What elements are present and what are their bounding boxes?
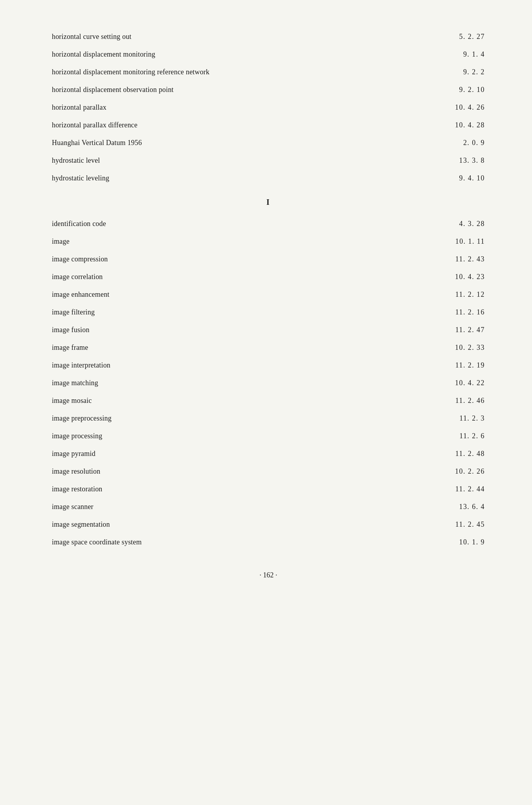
index-row: image space coordinate system10. 1. 9 bbox=[52, 537, 485, 548]
index-term: image preprocessing bbox=[52, 413, 112, 424]
index-row: image preprocessing11. 2. 3 bbox=[52, 413, 485, 424]
index-row: horizontal displacement monitoring9. 1. … bbox=[52, 49, 485, 60]
index-term: image compression bbox=[52, 254, 108, 265]
index-term: image interpretation bbox=[52, 360, 110, 371]
index-ref: 10. 1. 11 bbox=[455, 236, 485, 247]
index-term: image resolution bbox=[52, 466, 100, 477]
index-ref: 11. 2. 45 bbox=[455, 519, 485, 530]
index-ref: 10. 4. 26 bbox=[455, 102, 485, 113]
index-ref: 10. 2. 26 bbox=[455, 466, 485, 477]
index-row: horizontal parallax10. 4. 26 bbox=[52, 102, 485, 113]
index-row: image filtering11. 2. 16 bbox=[52, 307, 485, 318]
index-ref: 9. 1. 4 bbox=[463, 49, 485, 60]
index-row: image matching10. 4. 22 bbox=[52, 378, 485, 388]
index-row: horizontal parallax difference10. 4. 28 bbox=[52, 120, 485, 130]
index-term: hydrostatic leveling bbox=[52, 173, 109, 184]
index-ref: 11. 2. 44 bbox=[455, 484, 485, 494]
index-term: image bbox=[52, 236, 70, 247]
index-term: identification code bbox=[52, 219, 106, 229]
index-term: image mosaic bbox=[52, 395, 92, 406]
index-ref: 11. 2. 48 bbox=[455, 448, 485, 459]
index-ref: 10. 4. 23 bbox=[455, 272, 485, 282]
index-ref: 10. 4. 28 bbox=[455, 120, 485, 130]
index-row: image correlation10. 4. 23 bbox=[52, 272, 485, 282]
index-ref: 13. 6. 4 bbox=[459, 502, 485, 512]
index-term: image segmentation bbox=[52, 519, 110, 530]
index-row: image interpretation11. 2. 19 bbox=[52, 360, 485, 371]
index-ref: 10. 4. 22 bbox=[455, 378, 485, 388]
index-term: horizontal displacement monitoring bbox=[52, 49, 155, 60]
index-row: image fusion11. 2. 47 bbox=[52, 325, 485, 335]
index-ref: 11. 2. 46 bbox=[455, 395, 485, 406]
page-footer: · 162 · bbox=[52, 571, 485, 579]
index-ref: 11. 2. 6 bbox=[459, 431, 485, 441]
index-row: image resolution10. 2. 26 bbox=[52, 466, 485, 477]
index-ref: 11. 2. 3 bbox=[459, 413, 485, 424]
index-term: image restoration bbox=[52, 484, 103, 494]
index-row: image compression11. 2. 43 bbox=[52, 254, 485, 265]
top-entries-section: horizontal curve setting out5. 2. 27hori… bbox=[52, 31, 485, 184]
index-row: horizontal displacement observation poin… bbox=[52, 85, 485, 95]
index-term: image processing bbox=[52, 431, 102, 441]
index-ref: 11. 2. 43 bbox=[455, 254, 485, 265]
index-term: image enhancement bbox=[52, 289, 110, 300]
index-row: image enhancement11. 2. 12 bbox=[52, 289, 485, 300]
index-table: horizontal curve setting out5. 2. 27hori… bbox=[52, 31, 485, 548]
index-row: identification code4. 3. 28 bbox=[52, 219, 485, 229]
index-term: image frame bbox=[52, 342, 88, 353]
index-row: image segmentation11. 2. 45 bbox=[52, 519, 485, 530]
index-row: image10. 1. 11 bbox=[52, 236, 485, 247]
index-term: horizontal displacement monitoring refer… bbox=[52, 67, 209, 77]
index-term: image scanner bbox=[52, 502, 94, 512]
index-term: image matching bbox=[52, 378, 98, 388]
index-term: horizontal parallax bbox=[52, 102, 106, 113]
index-term: image fusion bbox=[52, 325, 90, 335]
index-ref: 11. 2. 16 bbox=[455, 307, 485, 318]
index-ref: 13. 3. 8 bbox=[459, 155, 485, 166]
index-row: image restoration11. 2. 44 bbox=[52, 484, 485, 494]
index-ref: 11. 2. 12 bbox=[455, 289, 485, 300]
index-term: hydrostatic level bbox=[52, 155, 100, 166]
index-ref: 9. 2. 2 bbox=[463, 67, 485, 77]
index-row: image frame10. 2. 33 bbox=[52, 342, 485, 353]
index-ref: 9. 2. 10 bbox=[459, 85, 485, 95]
index-row: horizontal displacement monitoring refer… bbox=[52, 67, 485, 77]
index-row: Huanghai Vertical Datum 19562. 0. 9 bbox=[52, 138, 485, 148]
index-row: image scanner13. 6. 4 bbox=[52, 502, 485, 512]
index-ref: 11. 2. 47 bbox=[455, 325, 485, 335]
index-row: hydrostatic leveling9. 4. 10 bbox=[52, 173, 485, 184]
index-ref: 9. 4. 10 bbox=[459, 173, 485, 184]
index-row: horizontal curve setting out5. 2. 27 bbox=[52, 31, 485, 42]
index-row: image mosaic11. 2. 46 bbox=[52, 395, 485, 406]
index-ref: 2. 0. 9 bbox=[463, 138, 485, 148]
index-term: image space coordinate system bbox=[52, 537, 142, 548]
index-ref: 10. 2. 33 bbox=[455, 342, 485, 353]
index-ref: 10. 1. 9 bbox=[459, 537, 485, 548]
index-term: image pyramid bbox=[52, 448, 95, 459]
index-term: Huanghai Vertical Datum 1956 bbox=[52, 138, 142, 148]
index-ref: 5. 2. 27 bbox=[459, 31, 485, 42]
index-term: image filtering bbox=[52, 307, 95, 318]
index-row: image pyramid11. 2. 48 bbox=[52, 448, 485, 459]
index-term: horizontal displacement observation poin… bbox=[52, 85, 174, 95]
index-term: horizontal parallax difference bbox=[52, 120, 138, 130]
index-term: horizontal curve setting out bbox=[52, 31, 132, 42]
index-row: hydrostatic level13. 3. 8 bbox=[52, 155, 485, 166]
index-ref: 4. 3. 28 bbox=[459, 219, 485, 229]
index-ref: 11. 2. 19 bbox=[455, 360, 485, 371]
bottom-entries-section: identification code4. 3. 28image10. 1. 1… bbox=[52, 219, 485, 548]
section-header-i: I bbox=[52, 198, 485, 207]
index-term: image correlation bbox=[52, 272, 103, 282]
index-row: image processing11. 2. 6 bbox=[52, 431, 485, 441]
